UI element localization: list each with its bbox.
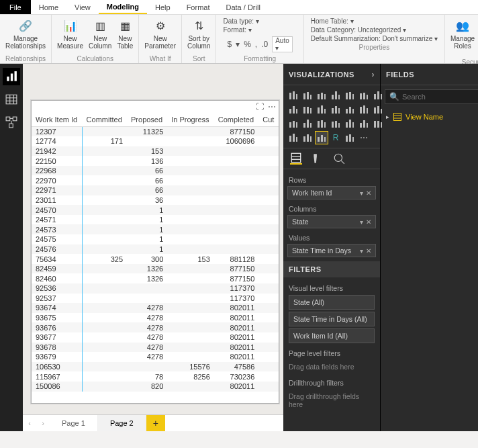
- table-row[interactable]: 245731: [32, 224, 279, 234]
- table-row[interactable]: 127741711060696: [32, 136, 279, 146]
- viz-r-visual-icon[interactable]: R: [330, 132, 342, 144]
- table-row[interactable]: 936754278802011: [32, 313, 279, 323]
- table-row[interactable]: 936794278802011: [32, 352, 279, 362]
- file-menu[interactable]: File: [0, 0, 31, 14]
- tab-modeling[interactable]: Modeling: [99, 0, 147, 14]
- tab-format[interactable]: Format: [179, 0, 218, 14]
- analytics-tab-icon[interactable]: [333, 152, 345, 165]
- table-row[interactable]: 150086820802011: [32, 382, 279, 392]
- table-row[interactable]: 1065301557647586: [32, 362, 279, 372]
- sort-by-column-button[interactable]: ⇅Sort by Column: [185, 16, 213, 55]
- focus-mode-icon[interactable]: ⛶: [256, 102, 264, 111]
- values-well-field[interactable]: State Time in Days▾✕: [287, 244, 376, 257]
- table-row[interactable]: 936784278802011: [32, 343, 279, 353]
- viz-matrix-icon[interactable]: [316, 132, 328, 144]
- table-row[interactable]: 245751: [32, 234, 279, 244]
- format-dropdown[interactable]: ▾: [248, 26, 252, 34]
- field-dropdown-icon[interactable]: ▾: [360, 247, 363, 255]
- viz-card-icon[interactable]: [344, 118, 356, 130]
- table-row[interactable]: 22150136: [32, 156, 279, 166]
- table-row[interactable]: 936764278802011: [32, 322, 279, 332]
- viz-pie-icon[interactable]: [344, 103, 356, 116]
- viz-stacked-bar-icon[interactable]: [287, 89, 299, 101]
- visualizations-header[interactable]: VISUALIZATIONS›: [283, 64, 380, 85]
- table-row[interactable]: 21942153: [32, 146, 279, 156]
- manage-roles-button[interactable]: 👥Manage Roles: [448, 16, 477, 58]
- table-row[interactable]: 92536117370: [32, 283, 279, 294]
- table-row[interactable]: 245711: [32, 215, 279, 225]
- page-tab-1[interactable]: Page 1: [50, 415, 98, 431]
- field-remove-icon[interactable]: ✕: [366, 247, 371, 255]
- home-table-dropdown[interactable]: ▾: [350, 17, 354, 25]
- viz-table-icon[interactable]: [301, 132, 314, 144]
- data-view-button[interactable]: [3, 91, 20, 108]
- viz-multi-card-icon[interactable]: [358, 118, 370, 130]
- filter-state-time[interactable]: State Time in Days (All): [289, 312, 375, 326]
- viz-map-icon[interactable]: [287, 118, 299, 130]
- viz-py-visual-icon[interactable]: [344, 132, 356, 144]
- columns-well-field[interactable]: State▾✕: [287, 215, 376, 228]
- filter-state[interactable]: State (All): [289, 295, 375, 310]
- table-row[interactable]: 2297066: [32, 175, 279, 185]
- viz-funnel-icon[interactable]: [316, 118, 328, 130]
- fields-header[interactable]: FIELDS›: [381, 64, 478, 85]
- format-tab-icon[interactable]: [312, 152, 324, 165]
- column-header[interactable]: Work Item Id: [32, 113, 83, 127]
- page-next-button[interactable]: ›: [36, 415, 50, 431]
- table-row[interactable]: 936744278802011: [32, 303, 279, 313]
- table-row[interactable]: 824601326877150: [32, 273, 279, 283]
- page-tab-2[interactable]: Page 2: [98, 415, 146, 431]
- viz-line-column-icon[interactable]: [287, 103, 299, 116]
- comma-button[interactable]: ,: [255, 40, 257, 49]
- field-dropdown-icon[interactable]: ▾: [360, 189, 363, 197]
- matrix-visual[interactable]: ⛶ ⋯ Work Item IdCommittedProposedIn Prog…: [31, 100, 279, 404]
- filter-work-item-id[interactable]: Work Item Id (All): [289, 328, 375, 343]
- page-filters-dropzone[interactable]: Drag data fields here: [289, 360, 375, 375]
- table-row[interactable]: 75634325300153881128: [32, 254, 279, 264]
- rows-well-field[interactable]: Work Item Id▾✕: [287, 186, 376, 199]
- fields-search[interactable]: 🔍: [385, 89, 478, 104]
- table-row[interactable]: 936774278802011: [32, 332, 279, 343]
- column-header[interactable]: Proposed: [127, 113, 167, 127]
- expand-icon[interactable]: ▸: [386, 114, 389, 120]
- decimal-decrease-icon[interactable]: .0: [261, 40, 268, 49]
- viz-more-icon[interactable]: ⋯: [358, 132, 370, 144]
- page-prev-button[interactable]: ‹: [23, 415, 36, 431]
- viz-area-icon[interactable]: [358, 89, 370, 101]
- viz-gauge-icon[interactable]: [330, 118, 342, 130]
- table-row[interactable]: 824591326877150: [32, 264, 279, 274]
- data-category-dropdown[interactable]: ▾: [403, 26, 406, 34]
- new-measure-button[interactable]: 📊New Measure: [54, 16, 86, 55]
- currency-button[interactable]: $: [227, 40, 232, 49]
- viz-filled-map-icon[interactable]: [301, 118, 314, 130]
- field-table-item[interactable]: ▸ View Name: [385, 111, 478, 123]
- tab-data-drill[interactable]: Data / Drill: [218, 0, 268, 14]
- report-canvas[interactable]: ⛶ ⋯ Work Item IdCommittedProposedIn Prog…: [23, 64, 283, 431]
- model-view-button[interactable]: [3, 114, 20, 131]
- fields-search-input[interactable]: [402, 93, 478, 101]
- table-row[interactable]: 2301136: [32, 195, 279, 206]
- table-row[interactable]: 245701: [32, 205, 279, 215]
- viz-clustered-column-icon[interactable]: [330, 89, 342, 101]
- tab-home[interactable]: Home: [31, 0, 66, 14]
- viz-line-icon[interactable]: [344, 89, 356, 101]
- viz-clustered-bar-icon[interactable]: [301, 89, 314, 101]
- currency-dropdown-icon[interactable]: ▾: [236, 40, 240, 49]
- percent-button[interactable]: %: [244, 40, 251, 49]
- column-header[interactable]: Cut: [258, 113, 279, 127]
- drillthrough-dropzone[interactable]: Drag drillthrough fields here: [289, 390, 375, 412]
- data-type-dropdown[interactable]: ▾: [256, 17, 259, 25]
- new-column-button[interactable]: ▥New Column: [86, 16, 114, 55]
- table-row[interactable]: 2297166: [32, 185, 279, 195]
- field-remove-icon[interactable]: ✕: [366, 218, 371, 226]
- column-header[interactable]: Completed: [214, 113, 258, 127]
- column-header[interactable]: Committed: [83, 113, 127, 127]
- table-row[interactable]: 1230711325877150: [32, 127, 279, 137]
- visual-more-icon[interactable]: ⋯: [268, 102, 276, 111]
- field-remove-icon[interactable]: ✕: [366, 189, 371, 197]
- add-page-button[interactable]: +: [146, 415, 165, 431]
- report-view-button[interactable]: [3, 68, 20, 85]
- manage-relationships-button[interactable]: 🔗 Manage Relationships: [3, 16, 48, 55]
- auto-decimals-box[interactable]: Auto ▾: [272, 36, 293, 52]
- field-dropdown-icon[interactable]: ▾: [360, 218, 363, 226]
